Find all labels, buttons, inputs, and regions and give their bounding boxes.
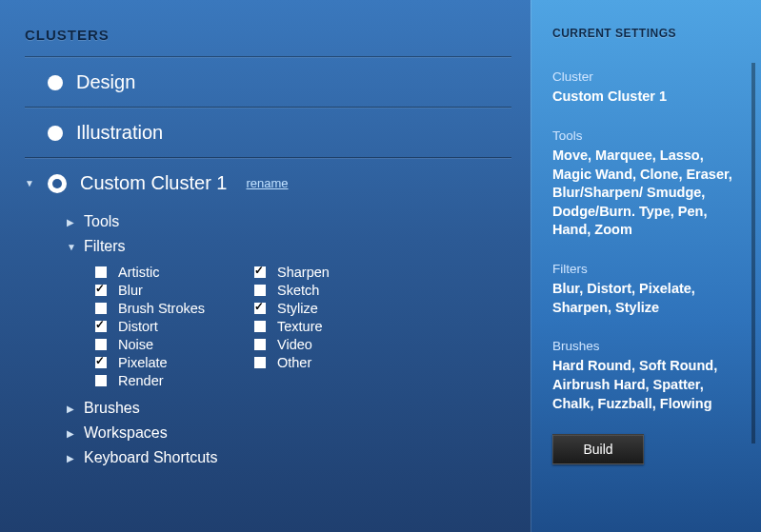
filter-label: Artistic: [118, 265, 160, 280]
settings-sidebar: CURRENT SETTINGS Cluster Custom Cluster …: [531, 0, 761, 532]
checkbox-checked-icon[interactable]: [95, 285, 107, 296]
setting-brushes: Brushes Hard Round, Soft Round, Airbrush…: [552, 338, 740, 413]
subtree-label: Keyboard Shortcuts: [84, 449, 218, 466]
cluster-subtree: ▶ Tools ▼ Filters ArtisticSharpenBlurSke…: [0, 207, 531, 476]
sidebar-title: CURRENT SETTINGS: [552, 27, 740, 40]
setting-tools: Tools Move, Marquee, Lasso, Magic Wand, …: [552, 128, 740, 240]
filter-checkbox[interactable]: Other: [254, 355, 400, 370]
setting-value: Blur, Distort, Pixelate, Sharpen, Styliz…: [552, 280, 740, 317]
setting-key: Filters: [552, 261, 740, 278]
clusters-panel: CLUSTERS Design Illustration ▼ Custom Cl…: [0, 0, 531, 532]
filter-checkbox[interactable]: Brush Strokes: [95, 301, 241, 316]
setting-cluster: Cluster Custom Cluster 1: [552, 69, 740, 107]
checkbox-icon[interactable]: [254, 357, 266, 368]
filter-checkbox[interactable]: Pixelate: [95, 355, 241, 370]
app-window: CLUSTERS Design Illustration ▼ Custom Cl…: [0, 0, 761, 532]
setting-key: Tools: [552, 128, 740, 145]
filter-label: Texture: [277, 319, 323, 334]
setting-value: Move, Marquee, Lasso, Magic Wand, Clone,…: [552, 147, 740, 240]
cluster-item-custom[interactable]: ▼ Custom Cluster 1 rename: [0, 159, 531, 207]
checkbox-icon[interactable]: [95, 266, 107, 278]
filter-checkbox[interactable]: Blur: [95, 283, 241, 298]
subtree-brushes[interactable]: ▶ Brushes: [67, 396, 531, 421]
chevron-right-icon: ▶: [67, 217, 74, 227]
checkbox-checked-icon[interactable]: [95, 321, 107, 332]
checkbox-checked-icon[interactable]: [254, 266, 266, 278]
checkbox-icon[interactable]: [95, 303, 107, 314]
filter-checkbox[interactable]: Artistic: [95, 265, 241, 280]
section-title: CLUSTERS: [0, 27, 531, 56]
filter-label: Pixelate: [118, 355, 168, 370]
filter-label: Render: [118, 373, 164, 388]
chevron-right-icon: ▶: [67, 428, 74, 439]
filter-label: Brush Strokes: [118, 301, 205, 316]
checkbox-icon[interactable]: [95, 339, 107, 350]
subtree-keyboard[interactable]: ▶ Keyboard Shortcuts: [67, 445, 531, 470]
filter-label: Noise: [118, 337, 153, 352]
radio-icon-selected[interactable]: [48, 174, 67, 193]
checkbox-icon[interactable]: [95, 375, 107, 386]
cluster-item-design[interactable]: Design: [0, 58, 531, 107]
subtree-label: Workspaces: [84, 424, 168, 442]
setting-filters: Filters Blur, Distort, Pixelate, Sharpen…: [552, 261, 740, 317]
filter-checkbox[interactable]: Render: [95, 373, 241, 388]
build-button[interactable]: Build: [552, 434, 644, 464]
filter-checkbox[interactable]: Sketch: [254, 283, 400, 298]
cluster-item-illustration[interactable]: Illustration: [0, 108, 531, 157]
filter-label: Blur: [118, 283, 143, 298]
radio-icon[interactable]: [48, 126, 63, 141]
filter-label: Other: [277, 355, 311, 370]
setting-key: Cluster: [552, 69, 740, 86]
subtree-tools[interactable]: ▶ Tools: [67, 209, 531, 234]
filter-checkbox[interactable]: Stylize: [254, 301, 400, 316]
cluster-label: Design: [76, 71, 135, 93]
checkbox-checked-icon[interactable]: [254, 303, 266, 314]
filter-checkbox[interactable]: Sharpen: [254, 265, 400, 280]
checkbox-icon[interactable]: [254, 285, 266, 296]
checkbox-icon[interactable]: [254, 339, 266, 350]
filter-label: Distort: [118, 319, 158, 334]
setting-key: Brushes: [552, 338, 740, 355]
subtree-filters[interactable]: ▼ Filters: [67, 234, 531, 259]
checkbox-checked-icon[interactable]: [95, 357, 107, 368]
chevron-down-icon: ▼: [25, 178, 34, 188]
filter-checkbox[interactable]: Distort: [95, 319, 241, 334]
setting-value: Custom Cluster 1: [552, 88, 740, 107]
chevron-right-icon: ▶: [67, 453, 74, 463]
chevron-down-icon: ▼: [67, 242, 74, 252]
rename-link[interactable]: rename: [247, 176, 289, 190]
subtree-label: Filters: [84, 238, 126, 255]
checkbox-icon[interactable]: [254, 321, 266, 332]
scrollbar[interactable]: [751, 63, 755, 443]
filters-grid: ArtisticSharpenBlurSketchBrush StrokesSt…: [67, 259, 429, 396]
radio-icon[interactable]: [48, 75, 63, 90]
filter-label: Stylize: [277, 301, 318, 316]
setting-value: Hard Round, Soft Round, Airbrush Hard, S…: [552, 357, 740, 413]
filter-label: Sketch: [277, 283, 319, 298]
filter-label: Video: [277, 337, 312, 352]
subtree-label: Tools: [84, 213, 119, 230]
filter-checkbox[interactable]: Texture: [254, 319, 400, 334]
subtree-workspaces[interactable]: ▶ Workspaces: [67, 421, 531, 445]
filter-checkbox[interactable]: Noise: [95, 337, 241, 352]
subtree-label: Brushes: [84, 400, 140, 417]
chevron-right-icon: ▶: [67, 404, 74, 414]
cluster-label: Illustration: [76, 122, 163, 144]
filter-label: Sharpen: [277, 265, 330, 280]
sidebar-body: Cluster Custom Cluster 1 Tools Move, Mar…: [552, 69, 740, 464]
cluster-label: Custom Cluster 1: [80, 172, 228, 194]
filter-checkbox[interactable]: Video: [254, 337, 400, 352]
